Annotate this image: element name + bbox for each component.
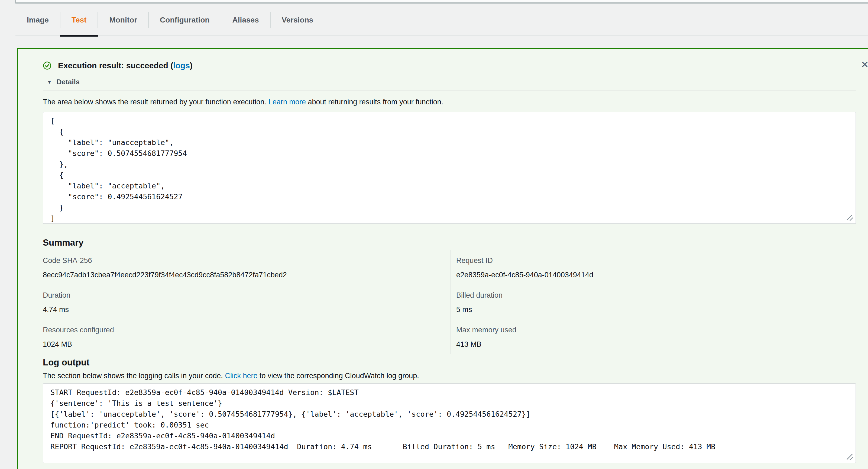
banner-title: Execution result: succeeded (logs) xyxy=(58,61,193,70)
banner-title-close-paren: ) xyxy=(190,61,193,70)
field-label: Duration xyxy=(43,291,450,299)
summary-field-resources-configured: Resources configured 1024 MB xyxy=(43,319,450,354)
resize-grip-icon[interactable] xyxy=(845,452,854,461)
tab-monitor[interactable]: Monitor xyxy=(98,5,149,35)
field-value: 1024 MB xyxy=(43,340,450,349)
field-value: 8ecc94c7adb13cbea7f4eecd223f79f34f4ec43c… xyxy=(43,271,450,279)
field-value: 413 MB xyxy=(456,340,856,349)
summary-field-billed-duration: Billed duration 5 ms xyxy=(450,285,856,319)
summary-field-duration: Duration 4.74 ms xyxy=(43,285,450,319)
summary-field-code-sha: Code SHA-256 8ecc94c7adb13cbea7f4eecd223… xyxy=(43,250,450,285)
field-label: Request ID xyxy=(456,257,856,265)
summary-field-request-id: Request ID e2e8359a-ec0f-4c85-940a-01400… xyxy=(450,250,856,285)
result-json-text: [ { "label": "unacceptable", "score": 0.… xyxy=(43,112,856,224)
field-value: e2e8359a-ec0f-4c85-940a-01400349414d xyxy=(456,271,856,279)
execution-result-banner: ✕ Execution result: succeeded (logs) ▼ D… xyxy=(17,48,868,469)
click-here-link[interactable]: Click here xyxy=(225,372,257,380)
field-value: 4.74 ms xyxy=(43,305,450,314)
resize-grip-icon[interactable] xyxy=(845,213,854,221)
field-value: 5 ms xyxy=(456,305,856,314)
result-json-textarea[interactable]: [ { "label": "unacceptable", "score": 0.… xyxy=(43,112,856,224)
banner-title-row: Execution result: succeeded (logs) xyxy=(43,61,856,70)
summary-grid: Code SHA-256 8ecc94c7adb13cbea7f4eecd223… xyxy=(43,250,856,354)
tab-versions[interactable]: Versions xyxy=(270,5,325,35)
logs-link[interactable]: logs xyxy=(173,61,190,70)
details-expander[interactable]: ▼ Details xyxy=(47,78,856,86)
field-label: Code SHA-256 xyxy=(43,257,450,265)
log-output-heading: Log output xyxy=(43,357,856,368)
tab-image[interactable]: Image xyxy=(16,5,60,35)
log-output-text: START RequestId: e2e8359a-ec0f-4c85-940a… xyxy=(43,384,856,456)
field-label: Billed duration xyxy=(456,291,856,299)
field-label: Max memory used xyxy=(456,326,856,334)
field-label: Resources configured xyxy=(43,326,450,334)
summary-heading: Summary xyxy=(43,237,856,248)
log-intro-before: The section below shows the logging call… xyxy=(43,372,225,380)
log-output-textarea[interactable]: START RequestId: e2e8359a-ec0f-4c85-940a… xyxy=(43,383,856,463)
result-intro-after: about returning results from your functi… xyxy=(306,98,443,106)
tab-configuration[interactable]: Configuration xyxy=(149,5,221,35)
previous-panel-bottom-edge xyxy=(16,0,868,3)
learn-more-link[interactable]: Learn more xyxy=(269,98,306,106)
close-icon[interactable]: ✕ xyxy=(861,60,868,69)
result-intro-text: The area below shows the result returned… xyxy=(43,97,856,106)
log-intro-after: to view the corresponding CloudWatch log… xyxy=(257,372,419,380)
summary-field-max-memory-used: Max memory used 413 MB xyxy=(450,319,856,354)
function-tab-bar: Image Test Monitor Configuration Aliases… xyxy=(16,5,868,36)
success-check-icon xyxy=(43,61,52,70)
details-divider xyxy=(43,90,856,91)
caret-down-icon: ▼ xyxy=(47,79,52,85)
tab-aliases[interactable]: Aliases xyxy=(221,5,270,35)
log-intro-text: The section below shows the logging call… xyxy=(43,372,856,380)
details-label: Details xyxy=(57,78,80,86)
result-intro-before: The area below shows the result returned… xyxy=(43,98,269,106)
banner-title-text: Execution result: succeeded ( xyxy=(58,61,173,70)
tab-test[interactable]: Test xyxy=(60,5,98,35)
